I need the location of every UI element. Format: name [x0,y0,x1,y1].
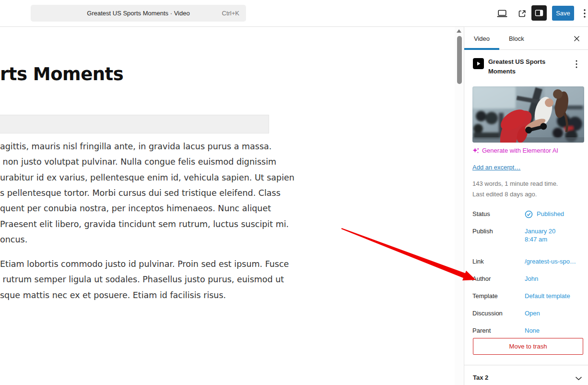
link-value[interactable]: /greatest-us-spo… [525,257,576,266]
move-to-trash-button[interactable]: Move to trash [473,338,583,355]
publish-time: 8:47 am [525,235,555,244]
ai-sparkle-icon [472,147,479,154]
row-status: Status Published [472,209,580,219]
text-line: Praesent elit libero, gravida tincidunt … [0,216,294,231]
text-line: urabitur id ex varius, pellentesque enim… [0,170,294,185]
row-label: Publish [472,227,525,244]
save-button[interactable]: Save [552,6,574,21]
row-author: Author John [472,274,580,284]
post-title[interactable]: rts Moments [0,64,123,84]
tab-video[interactable]: Video [464,27,499,50]
row-template: Template Default template [472,291,580,301]
sidebar-tabs: Video Block [464,27,588,50]
tab-block[interactable]: Block [499,27,534,50]
view-post-external-link-icon[interactable] [514,0,530,27]
row-label: Template [472,291,525,301]
text-line: non justo volutpat pulvinar. Nulla congu… [0,154,294,169]
document-title: Greatest US Sports Moments · Video [87,10,189,17]
paragraph-block-1[interactable]: agittis, mauris nisl fringilla ante, in … [0,139,294,247]
empty-paragraph-block[interactable] [0,115,269,133]
add-excerpt-link[interactable]: Add an excerpt… [472,164,520,171]
row-link: Link /greatest-us-spo… [472,257,580,266]
last-edited-text: Last edited 8 days ago. [472,191,537,198]
row-label: Discussion [472,309,525,318]
publish-date: January 20 [525,228,555,235]
tax-2-panel-toggle[interactable]: Tax 2 [464,369,588,385]
row-parent: Parent None [472,326,580,336]
close-sidebar-icon[interactable] [568,27,585,50]
text-line: s pellentesque tortor. Morbi cursus dui … [0,185,294,201]
discussion-value[interactable]: Open [525,309,540,318]
text-line: Etiam lobortis commodo justo id pulvinar… [0,256,289,272]
settings-sidebar-toggle-button[interactable] [531,5,547,21]
editor-canvas: rts Moments agittis, mauris nisl fringil… [0,27,455,385]
word-count-text: 143 words, 1 minute read time. [472,180,558,187]
canvas-scrollbar[interactable] [455,27,463,385]
published-check-icon [525,210,533,218]
publish-date-value[interactable]: January 20 8:47 am [525,227,555,244]
row-discussion: Discussion Open [472,309,580,318]
text-line: agittis, mauris nisl fringilla ante, in … [0,139,294,154]
row-label: Link [472,257,525,266]
row-label: Parent [472,326,525,336]
author-value[interactable]: John [525,274,538,284]
editor-screen: Greatest US Sports Moments · Video Ctrl+… [0,0,588,385]
chevron-down-icon [575,375,582,382]
featured-image[interactable] [472,86,584,143]
command-search-button[interactable]: Greatest US Sports Moments · Video Ctrl+… [31,5,246,22]
post-summary-rows: Status Published Publish January 20 8:47… [472,209,580,343]
row-label: Status [472,209,525,219]
sidebar-divider [464,365,588,365]
keyboard-shortcut-hint: Ctrl+K [222,5,239,22]
paragraph-block-2[interactable]: Etiam lobortis commodo justo id pulvinar… [0,256,289,303]
text-line: oncus. [0,232,294,247]
template-value[interactable]: Default template [525,291,570,301]
status-text: Published [537,209,564,219]
row-label: Author [472,274,525,284]
tax-2-label: Tax 2 [473,374,488,381]
status-value[interactable]: Published [525,209,564,219]
post-actions-kebab-icon[interactable] [571,58,582,70]
text-line: sque mattis nec ex et posuere. Etiam id … [0,288,289,303]
top-bar: Greatest US Sports Moments · Video Ctrl+… [0,0,588,27]
row-publish: Publish January 20 8:47 am [472,227,580,244]
ai-link-label: Generate with Elementor AI [482,147,558,154]
generate-with-ai-link[interactable]: Generate with Elementor AI [472,147,558,154]
scroll-up-arrow[interactable] [457,29,461,33]
parent-value[interactable]: None [525,326,540,336]
video-post-type-icon [473,58,484,69]
options-kebab-icon[interactable] [583,0,588,27]
text-line: quent per conubia nostra, per inceptos h… [0,201,294,216]
settings-sidebar: Video Block Greatest US Sports Moments [464,27,588,385]
preview-icon[interactable] [494,0,510,27]
scrollbar-thumb[interactable] [457,36,462,84]
sidebar-panel-icon [534,8,544,18]
post-card-title: Greatest US Sports Moments [488,57,553,76]
text-line: rutrum semper ligula ut sodales. Phasell… [0,272,289,287]
